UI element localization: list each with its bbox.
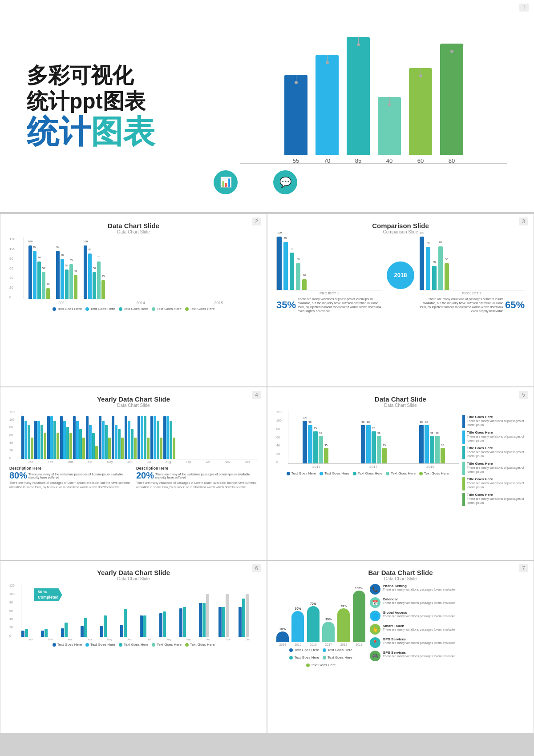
chart-bar bbox=[63, 421, 66, 459]
chart-bar bbox=[24, 421, 27, 459]
chart-bar bbox=[179, 608, 182, 637]
chart-bar bbox=[40, 425, 43, 459]
progress-bar-wrap: 100% bbox=[353, 587, 365, 642]
hero-text: 多彩可视化 统计ppt图表 统计图表 bbox=[27, 63, 240, 149]
x-label: Act bbox=[198, 638, 218, 641]
chart-bar: 45 bbox=[432, 266, 437, 290]
chart-bar bbox=[170, 421, 172, 459]
chart-bar: 100 bbox=[28, 245, 32, 299]
chart-icon: 📊 bbox=[214, 170, 238, 194]
chart-bar: 35 bbox=[382, 448, 387, 463]
chart-bar: 50 bbox=[42, 272, 45, 299]
bar-group bbox=[150, 416, 162, 459]
chart-bar bbox=[102, 421, 105, 459]
legend-item: Text Goes Here bbox=[119, 307, 149, 311]
hero-bar-wrap: 80 bbox=[440, 44, 463, 164]
chart-bar: 90 bbox=[366, 425, 371, 463]
bar-group bbox=[100, 615, 119, 637]
chart-bar bbox=[199, 603, 202, 637]
x-label: Jun bbox=[127, 460, 132, 463]
legend-item: Text Goes Here bbox=[306, 663, 336, 667]
chart-bar: 100 bbox=[420, 237, 424, 290]
chart-bar bbox=[120, 625, 123, 637]
slide4-desc2-text: There are many of the variations passage… bbox=[155, 473, 258, 479]
hero-bar bbox=[284, 75, 307, 155]
chart-bar: 90 bbox=[361, 425, 365, 463]
x-label: Jul bbox=[147, 460, 151, 463]
hero-icons: 📊 💬 bbox=[214, 170, 297, 194]
chart-bar: 50 bbox=[445, 263, 449, 290]
progress-year: 2019 bbox=[353, 643, 365, 646]
chart-bar bbox=[81, 626, 84, 637]
legend-item: Text Goes Here bbox=[289, 655, 319, 659]
x-label: Mar bbox=[61, 638, 80, 641]
chart-bar bbox=[82, 438, 85, 459]
page-number-3: 3 bbox=[519, 217, 528, 225]
chart-bar bbox=[202, 603, 206, 637]
chart-bar: 90 bbox=[33, 251, 36, 299]
chart-bar bbox=[44, 433, 46, 459]
progress-bar-wrap: 65% bbox=[337, 604, 350, 642]
slide4-desc2-body: There are many variations of passages of… bbox=[136, 481, 258, 490]
x-label: Jan bbox=[28, 460, 33, 463]
chart-bar bbox=[73, 416, 76, 459]
chart-bar: 75 bbox=[313, 431, 318, 463]
chart-bar bbox=[239, 607, 242, 637]
chart-bar bbox=[218, 607, 222, 637]
chart-bar: 90 bbox=[419, 425, 424, 463]
chart-bar: 75 bbox=[372, 431, 376, 463]
x-label: Jun bbox=[120, 638, 139, 641]
feature-item: 📞 Phone Setting There are many variation… bbox=[370, 584, 525, 595]
chart-bar: 90 bbox=[283, 242, 288, 290]
bar-group bbox=[239, 594, 258, 637]
hero-bar bbox=[440, 44, 463, 155]
chart-bar bbox=[131, 429, 134, 459]
chart-bar bbox=[44, 629, 48, 637]
progress-pct: 65% bbox=[340, 604, 347, 607]
bar-group: 9090656535 bbox=[405, 425, 459, 463]
x-label: Feb bbox=[40, 638, 60, 641]
page-number-4: 4 bbox=[252, 391, 261, 399]
hero-bar-wrap: 85 bbox=[347, 37, 370, 164]
chart-bar bbox=[100, 626, 103, 637]
bar-group: 9090756535 bbox=[347, 425, 400, 463]
legend-item: Text Goes Here bbox=[386, 471, 416, 475]
feature-item: 📍 GPS Services There are many variations… bbox=[370, 637, 525, 648]
chart-bar: 35 bbox=[101, 280, 105, 299]
bar-group bbox=[120, 609, 139, 637]
chart-bar bbox=[144, 416, 146, 459]
hero-title2: 统计图表 bbox=[27, 114, 240, 149]
legend-item: Text Goes Here bbox=[320, 471, 349, 475]
bar-group bbox=[47, 416, 59, 459]
chart-bar bbox=[141, 416, 143, 459]
slide5-title: Data Chart Slide bbox=[276, 395, 525, 403]
bar-group: 10090705020 bbox=[28, 245, 50, 299]
hero-bar-wrap: 70 bbox=[316, 55, 339, 164]
chart-bar bbox=[66, 427, 69, 459]
chart-bar bbox=[150, 416, 153, 459]
progress-pct: 100% bbox=[355, 587, 363, 590]
page-number-2: 2 bbox=[252, 217, 261, 225]
chart-bar bbox=[147, 438, 150, 459]
legend-item: Text Goes Here bbox=[419, 471, 449, 475]
legend-item: Text Goes Here bbox=[152, 643, 182, 647]
x-label: 2017 bbox=[345, 465, 402, 469]
bar-group bbox=[60, 416, 72, 459]
chart-bar bbox=[69, 433, 72, 459]
chart-bar bbox=[86, 416, 89, 459]
chart-bar: 90 bbox=[425, 425, 429, 463]
chart-bar bbox=[95, 446, 98, 459]
progress-year: 2014 bbox=[276, 643, 289, 646]
feature-item: 🌐 Global Access There are many variation… bbox=[370, 611, 525, 621]
chart-bar bbox=[112, 416, 114, 459]
legend-item: Text Goes Here bbox=[185, 307, 215, 311]
x-label: Apr bbox=[80, 638, 100, 641]
legend-item: Text Goes Here bbox=[152, 307, 182, 311]
hero-title1b: 统计ppt图表 bbox=[27, 88, 240, 114]
bar-group bbox=[125, 416, 137, 459]
chart-bar bbox=[222, 607, 225, 637]
bar-group: 9075556545 bbox=[56, 251, 77, 299]
x-label: Nov bbox=[225, 460, 230, 463]
chart-bar bbox=[65, 623, 68, 637]
hero-bar-wrap: 40 bbox=[378, 97, 401, 164]
